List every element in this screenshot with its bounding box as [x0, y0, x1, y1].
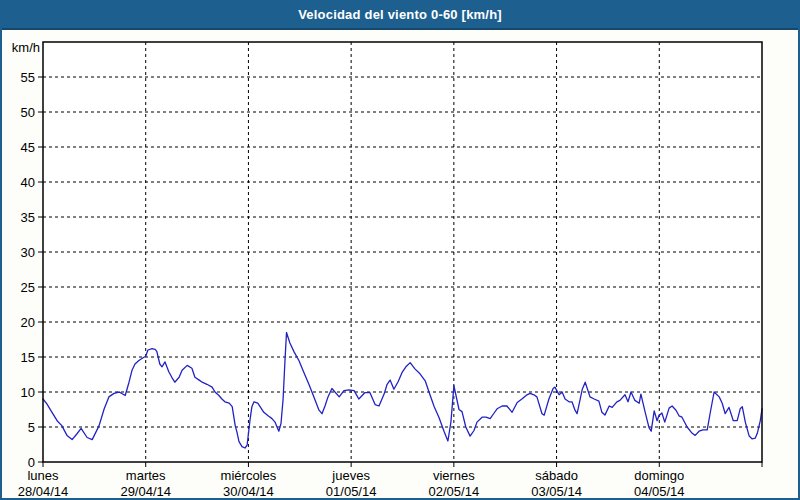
weather-chart-window: Velocidad del viento 0-60 [km/h] 0510152… — [0, 0, 800, 500]
day-name-label: miércoles — [221, 468, 277, 483]
y-tick-label: 30 — [21, 245, 35, 260]
y-tick-label: 40 — [21, 175, 35, 190]
y-tick-label: 20 — [21, 315, 35, 330]
y-tick-label: 25 — [21, 280, 35, 295]
y-tick-label: 35 — [21, 210, 35, 225]
day-date-label: 03/05/14 — [531, 484, 582, 499]
y-tick-label: 50 — [21, 105, 35, 120]
wind-speed-chart: 0510152025303540455055km/hlunes28/04/14m… — [2, 2, 800, 500]
day-date-label: 01/05/14 — [326, 484, 377, 499]
y-tick-label: 10 — [21, 385, 35, 400]
day-date-label: 04/05/14 — [634, 484, 685, 499]
y-tick-label: 55 — [21, 70, 35, 85]
day-date-label: 30/04/14 — [223, 484, 274, 499]
y-axis-unit-label: km/h — [12, 40, 40, 55]
day-date-label: 02/05/14 — [429, 484, 480, 499]
day-name-label: martes — [126, 468, 166, 483]
day-date-label: 28/04/14 — [18, 484, 69, 499]
day-date-label: 29/04/14 — [120, 484, 171, 499]
plot-background — [43, 42, 762, 462]
y-tick-label: 15 — [21, 350, 35, 365]
day-name-label: lunes — [27, 468, 59, 483]
day-name-label: sábado — [535, 468, 578, 483]
day-name-label: domingo — [634, 468, 684, 483]
day-name-label: viernes — [433, 468, 475, 483]
y-tick-label: 5 — [28, 420, 35, 435]
day-name-label: jueves — [331, 468, 370, 483]
y-tick-label: 45 — [21, 140, 35, 155]
